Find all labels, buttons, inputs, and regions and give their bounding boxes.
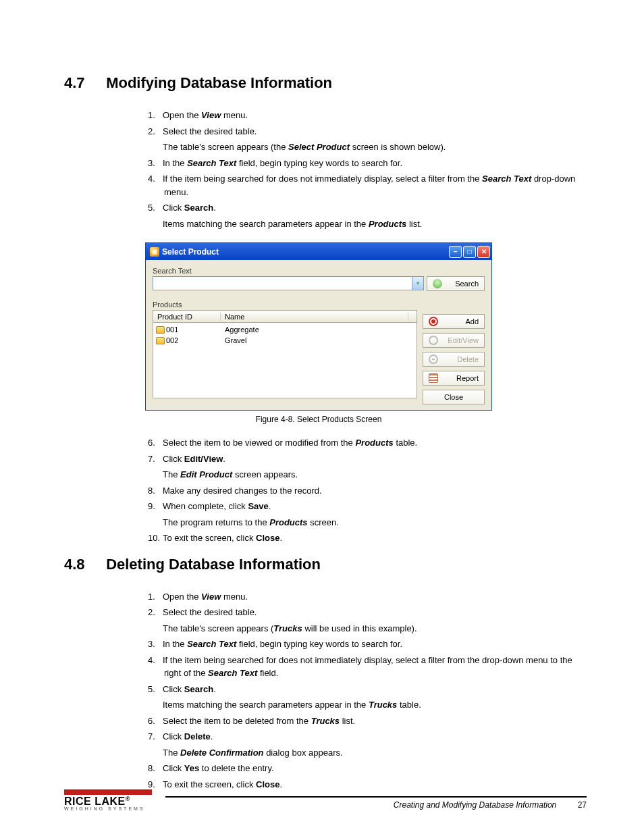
close-button[interactable]: ✕ bbox=[477, 246, 490, 258]
step-continuation: The table's screen appears (the Select P… bbox=[163, 140, 587, 154]
steps-4-8: 1. Open the View menu.2. Select the desi… bbox=[64, 590, 587, 791]
step-continuation: The Edit Product screen appears. bbox=[163, 468, 587, 481]
products-header[interactable]: Product ID Name bbox=[153, 310, 417, 323]
col-name[interactable]: Name bbox=[221, 313, 408, 321]
minimize-button[interactable]: – bbox=[449, 246, 462, 258]
edit-icon bbox=[429, 336, 438, 345]
page-number: 27 bbox=[578, 800, 587, 810]
step-item: 4. If the item being searched for does n… bbox=[148, 654, 587, 680]
search-button[interactable]: Search bbox=[427, 276, 485, 291]
section-number: 4.7 bbox=[64, 74, 102, 92]
step-item: 7. Click Edit/View. bbox=[148, 452, 587, 466]
report-button[interactable]: Report bbox=[423, 371, 485, 386]
figure-4-8: Select Product – □ ✕ Search Text ▾ Searc… bbox=[145, 242, 587, 424]
step-item: 1. Open the View menu. bbox=[148, 109, 587, 122]
page-footer: RICE LAKE® WEIGHING SYSTEMS Creating and… bbox=[64, 789, 587, 811]
cell-name: Gravel bbox=[221, 336, 246, 344]
step-item: 2. Select the desired table. bbox=[148, 606, 587, 619]
step-continuation: The program returns to the Products scre… bbox=[163, 516, 587, 529]
table-row[interactable]: 001Aggregate bbox=[153, 324, 417, 335]
step-item: 3. In the Search Text field, begin typin… bbox=[148, 157, 587, 170]
steps-4-7b: 6. Select the item to be viewed or modif… bbox=[64, 436, 587, 545]
folder-icon bbox=[156, 337, 165, 344]
funnel-icon bbox=[433, 279, 442, 288]
select-product-window: Select Product – □ ✕ Search Text ▾ Searc… bbox=[145, 242, 492, 411]
step-continuation: The table's screen appears (Trucks will … bbox=[163, 622, 587, 635]
app-icon bbox=[150, 247, 159, 257]
step-item: 5. Click Search. bbox=[148, 201, 587, 215]
section-title: Deleting Database Information bbox=[106, 556, 321, 573]
section-4-8-heading: 4.8 Deleting Database Information bbox=[64, 556, 587, 573]
delete-button[interactable]: Delete bbox=[423, 352, 485, 367]
step-item: 9. When complete, click Save. bbox=[148, 500, 587, 513]
close-button-label: Close bbox=[444, 393, 463, 401]
report-button-label: Report bbox=[456, 374, 479, 382]
search-text-input[interactable]: ▾ bbox=[153, 276, 424, 290]
footer-rule bbox=[165, 796, 587, 798]
close-dialog-button[interactable]: Close bbox=[423, 390, 485, 405]
step-item: 3. In the Search Text field, begin typin… bbox=[148, 637, 587, 651]
products-label: Products bbox=[153, 301, 417, 309]
step-item: 6. Select the item to be viewed or modif… bbox=[148, 436, 587, 450]
cell-id: 002 bbox=[166, 336, 178, 344]
add-button[interactable]: Add bbox=[423, 314, 485, 329]
section-title: Modifying Database Information bbox=[106, 74, 332, 91]
col-product-id[interactable]: Product ID bbox=[153, 313, 221, 321]
cell-id: 001 bbox=[166, 325, 178, 334]
folder-icon bbox=[156, 326, 165, 334]
step-continuation: Items matching the search parameters app… bbox=[163, 698, 587, 712]
delete-button-label: Delete bbox=[457, 355, 479, 363]
maximize-button[interactable]: □ bbox=[463, 246, 476, 258]
cell-name: Aggregate bbox=[221, 325, 259, 334]
edit-view-button-label: Edit/View bbox=[448, 336, 479, 344]
products-list[interactable]: 001Aggregate002Gravel bbox=[153, 323, 417, 398]
step-continuation: Items matching the search parameters app… bbox=[163, 217, 587, 231]
add-icon bbox=[429, 317, 438, 326]
step-item: 5. Click Search. bbox=[148, 683, 587, 696]
step-item: 4. If the item being searched for does n… bbox=[148, 172, 587, 199]
window-titlebar[interactable]: Select Product – □ ✕ bbox=[146, 243, 491, 260]
step-continuation: The Delete Confirmation dialog box appea… bbox=[163, 746, 587, 760]
step-item: 6. Select the item to be deleted from th… bbox=[148, 714, 587, 728]
report-icon bbox=[429, 373, 438, 383]
step-item: 2. Select the desired table. bbox=[148, 125, 587, 138]
logo-subtitle: WEIGHING SYSTEMS bbox=[64, 806, 145, 811]
figure-caption: Figure 4-8. Select Products Screen bbox=[145, 415, 492, 424]
section-number: 4.8 bbox=[64, 556, 102, 573]
logo-bar bbox=[64, 789, 152, 795]
footer-page: Creating and Modifying Database Informat… bbox=[394, 800, 587, 810]
step-item: 8. Make any desired changes to the recor… bbox=[148, 484, 587, 498]
step-item: 1. Open the View menu. bbox=[148, 590, 587, 604]
dropdown-icon[interactable]: ▾ bbox=[412, 277, 423, 290]
window-title: Select Product bbox=[162, 247, 219, 257]
edit-view-button[interactable]: Edit/View bbox=[423, 333, 485, 348]
delete-icon bbox=[429, 355, 438, 364]
products-list-area: Products Product ID Name 001Aggregate002… bbox=[153, 298, 417, 405]
add-button-label: Add bbox=[465, 317, 479, 325]
search-button-label: Search bbox=[455, 280, 479, 288]
step-item: 8. Click Yes to delete the entry. bbox=[148, 762, 587, 775]
steps-4-7a: 1. Open the View menu.2. Select the desi… bbox=[64, 109, 587, 230]
search-label: Search Text bbox=[153, 267, 485, 275]
table-row[interactable]: 002Gravel bbox=[153, 335, 417, 346]
footer-title: Creating and Modifying Database Informat… bbox=[394, 800, 556, 810]
section-4-7-heading: 4.7 Modifying Database Information bbox=[64, 74, 587, 92]
step-item: 10. To exit the screen, click Close. bbox=[148, 531, 587, 545]
step-item: 7. Click Delete. bbox=[148, 730, 587, 744]
